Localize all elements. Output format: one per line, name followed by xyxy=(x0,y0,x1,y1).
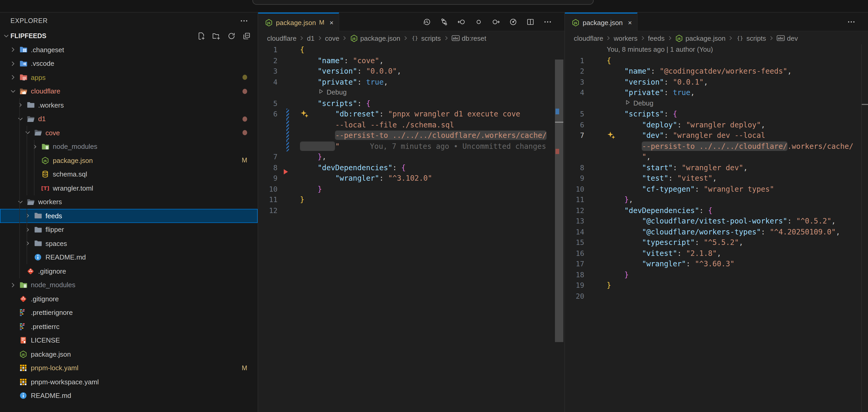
chevron-right-icon[interactable] xyxy=(31,143,39,151)
tree-item-d1[interactable]: d1 xyxy=(0,112,258,126)
code-line: Debug xyxy=(258,87,564,98)
breadcrumb-separator-icon xyxy=(666,35,673,41)
tree-item-readme-md[interactable]: README.md xyxy=(0,250,258,264)
chevron-right-icon[interactable] xyxy=(9,60,17,68)
tree-item-package-json[interactable]: JSpackage.jsonM xyxy=(0,153,258,167)
code-token: : xyxy=(677,249,686,257)
tab-package-json-feeds[interactable]: JS package.json × xyxy=(565,12,638,31)
tree-item-cove[interactable]: cove xyxy=(0,126,258,140)
chevron-right-icon[interactable] xyxy=(24,226,32,234)
next-change-icon[interactable] xyxy=(492,18,500,26)
code-line-content: "typescript": "^5.5.2", xyxy=(607,237,743,248)
more-icon[interactable] xyxy=(847,18,856,26)
breadcrumb-item-d1[interactable]: d1 xyxy=(307,34,315,42)
chevron-right-icon[interactable] xyxy=(9,73,17,82)
tree-item-schema-sql[interactable]: schema.sql xyxy=(0,167,258,181)
chevron-right-icon[interactable] xyxy=(24,239,32,248)
tree-item-package-json[interactable]: JSpackage.json xyxy=(0,347,258,361)
git-deleted-lines-marker[interactable] xyxy=(284,169,290,174)
tree-item--workers[interactable]: .workers xyxy=(0,98,258,112)
section-header-flipfeeds[interactable]: FLIPFEEDS xyxy=(0,29,258,43)
breadcrumb-item-workers[interactable]: workers xyxy=(614,34,638,42)
code-token: { xyxy=(366,99,371,107)
chevron-down-icon[interactable] xyxy=(16,198,25,206)
compare-icon[interactable] xyxy=(440,18,448,26)
chevron-down-icon[interactable] xyxy=(16,115,25,123)
debug-codelens-label[interactable]: Debug xyxy=(633,98,653,109)
code-token xyxy=(607,121,642,129)
code-token: "vitest" xyxy=(642,249,677,257)
breadcrumb-item-package-json[interactable]: JSpackage.json xyxy=(350,34,400,42)
command-center[interactable] xyxy=(252,0,594,5)
breadcrumb-item-cloudflare[interactable]: cloudflare xyxy=(574,34,603,42)
prev-change-icon[interactable] xyxy=(457,18,466,26)
gutter-decorations xyxy=(282,141,300,151)
tree-item--gitignore[interactable]: .gitignore xyxy=(0,264,258,278)
tree-item--prettierrc[interactable]: .prettierrc xyxy=(0,319,258,334)
tree-item--changeset[interactable]: .changeset xyxy=(0,43,258,57)
chevron-down-icon[interactable] xyxy=(9,87,17,96)
explorer-more-actions-icon[interactable] xyxy=(240,17,248,25)
chevron-down-icon[interactable] xyxy=(24,129,32,137)
gutter-decorations xyxy=(589,194,607,205)
breadcrumb-item-feeds[interactable]: feeds xyxy=(648,34,665,42)
chevron-right-icon[interactable] xyxy=(9,46,17,54)
breadcrumb-separator-icon xyxy=(768,35,774,41)
scrollbar-right-editor[interactable] xyxy=(861,44,862,412)
tree-item-node-modules[interactable]: node_modules xyxy=(0,278,258,292)
tree-item-feeds[interactable]: feeds xyxy=(0,209,258,223)
git-blame-codelens[interactable]: You, 8 minutes ago | 1 author (You) xyxy=(607,44,713,55)
refresh-explorer-button-icon[interactable] xyxy=(227,32,236,40)
tree-item-wrangler-toml[interactable]: [T]wrangler.toml xyxy=(0,181,258,195)
tree-item-cloudflare[interactable]: cloudflare xyxy=(0,84,258,98)
chevron-right-icon[interactable] xyxy=(16,101,25,109)
scrollbar-left-editor[interactable] xyxy=(555,60,563,342)
chevron-right-icon[interactable] xyxy=(24,212,32,220)
collapse-folders-button-icon[interactable] xyxy=(243,32,251,40)
debug-codelens-icon[interactable] xyxy=(318,87,324,98)
tree-item-flipper[interactable]: flipper xyxy=(0,223,258,237)
breadcrumb-item-cloudflare[interactable]: cloudflare xyxy=(267,34,297,42)
tree-item--gitignore[interactable]: .gitignore xyxy=(0,292,258,306)
tree-item-pnpm-workspace-yaml[interactable]: pnpm-workspace.yaml xyxy=(0,375,258,389)
tree-item-pnpm-lock-yaml[interactable]: pnpm-lock.yamlM xyxy=(0,361,258,375)
breadcrumb-item-cove[interactable]: cove xyxy=(325,34,339,42)
breadcrumb-item-scripts[interactable]: {}scripts xyxy=(736,34,766,42)
debug-codelens-label[interactable]: Debug xyxy=(327,87,347,98)
tree-item-license[interactable]: LICENSE xyxy=(0,334,258,347)
inline-git-blame: You, 7 minutes ago • Uncommitted changes xyxy=(340,142,546,150)
tree-item--vscode[interactable]: .vscode xyxy=(0,57,258,70)
run-icon[interactable] xyxy=(509,18,517,26)
tab-package-json-cove[interactable]: JS package.json M × xyxy=(258,12,339,31)
code-token xyxy=(607,249,642,257)
tree-item-readme-md[interactable]: README.md xyxy=(0,389,258,403)
tab-close-icon[interactable]: × xyxy=(330,19,333,26)
breadcrumb-item-scripts[interactable]: {}scripts xyxy=(411,34,441,42)
breadcrumb-item-db-reset[interactable]: abcdb:reset xyxy=(451,34,486,42)
editor-left-code[interactable]: 1{2 "name": "cove",3 "version": "0.0.0",… xyxy=(258,44,564,412)
tree-item-node-modules[interactable]: node_modules xyxy=(0,140,258,153)
editor-right-code[interactable]: You, 8 minutes ago | 1 author (You)1{2 "… xyxy=(565,44,868,412)
history-icon[interactable] xyxy=(423,18,431,26)
gutter-decorations xyxy=(589,66,607,76)
tree-item-apps[interactable]: apps xyxy=(0,70,258,84)
tree-item-workers[interactable]: workers xyxy=(0,195,258,209)
code-token: , xyxy=(743,163,748,172)
new-folder-button-icon[interactable] xyxy=(212,32,220,40)
code-token: , xyxy=(379,56,383,65)
debug-codelens-icon[interactable] xyxy=(624,98,631,109)
breadcrumb-item-package-json[interactable]: JSpackage.json xyxy=(675,34,725,42)
breadcrumb-item-dev[interactable]: abcdev xyxy=(777,34,798,42)
code-line-content: "wrangler": "^3.60.3" xyxy=(607,259,735,269)
circle-icon[interactable] xyxy=(474,18,483,26)
new-file-button-icon[interactable] xyxy=(197,32,205,40)
code-token: : xyxy=(761,228,770,236)
split-icon[interactable] xyxy=(526,18,535,26)
tree-item--prettierignore[interactable]: .prettierignore xyxy=(0,306,258,319)
tree-item-spaces[interactable]: spaces xyxy=(0,237,258,250)
more-icon[interactable] xyxy=(544,18,552,26)
line-number: 3 xyxy=(258,66,282,76)
chevron-right-icon[interactable] xyxy=(9,281,17,289)
tab-close-icon[interactable]: × xyxy=(628,19,632,26)
breadcrumb-separator-icon xyxy=(443,35,449,41)
